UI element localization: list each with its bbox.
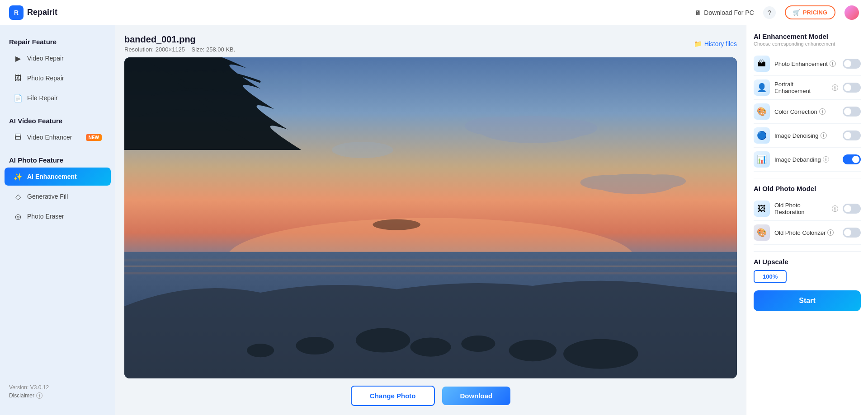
svg-point-18 — [638, 174, 686, 188]
pricing-button[interactable]: 🛒 PRICING — [785, 5, 835, 19]
sidebar-item-file-repair[interactable]: 📄 File Repair — [5, 89, 111, 107]
history-files-label: History files — [704, 40, 737, 47]
old-photo-colorizer-toggle-track[interactable] — [843, 228, 861, 238]
color-correction-toggle-thumb — [844, 108, 851, 115]
svg-point-12 — [247, 344, 274, 357]
portrait-enhancement-info-icon[interactable]: ℹ — [832, 84, 838, 91]
old-photo-colorizer-label: Old Photo Colorizer ℹ — [774, 229, 838, 236]
image-denoising-toggle-thumb — [844, 132, 851, 139]
old-photo-restoration-toggle[interactable] — [843, 204, 861, 214]
old-photo-colorizer-feature-icon: 🎨 — [754, 224, 770, 241]
upscale-100-option[interactable]: 100% — [754, 270, 787, 283]
change-photo-button[interactable]: Change Photo — [351, 386, 435, 406]
ai-enhancement-model-subtitle: Choose corresponding enhancement — [754, 41, 861, 47]
header: R Repairit 🖥 Download For PC ? 🛒 PRICING — [0, 0, 868, 25]
svg-point-11 — [296, 337, 334, 354]
sidebar-item-generative-fill-label: Generative Fill — [27, 193, 68, 200]
photo-enhancement-feature-icon: 🏔 — [754, 56, 770, 72]
ai-upscale-title: AI Upscale — [754, 258, 861, 266]
action-bar: Change Photo Download — [124, 386, 737, 406]
old-photo-colorizer-info-icon[interactable]: ℹ — [827, 229, 834, 236]
disclaimer-link[interactable]: Disclaimer ℹ — [9, 392, 106, 399]
color-correction-feature-icon: 🎨 — [754, 103, 770, 120]
sidebar-item-photo-repair-label: Photo Repair — [27, 75, 64, 82]
portrait-enhancement-toggle-thumb — [844, 84, 851, 91]
image-denoising-label: Image Denoising ℹ — [774, 132, 838, 139]
sidebar: Repair Feature ▶ Video Repair 🖼 Photo Re… — [0, 25, 115, 415]
feature-row-old-photo-restoration: 🖼 Old Photo Restoration ℹ — [754, 197, 861, 221]
sidebar-item-photo-repair[interactable]: 🖼 Photo Repair — [5, 69, 111, 87]
logo-icon: R — [9, 5, 24, 20]
old-photo-colorizer-toggle-thumb — [844, 229, 851, 236]
portrait-enhancement-toggle-track[interactable] — [843, 83, 861, 93]
image-denoising-info-icon[interactable]: ℹ — [821, 132, 827, 139]
image-denoising-feature-icon: 🔵 — [754, 127, 770, 144]
photo-enhancement-label: Photo Enhancement ℹ — [774, 61, 838, 67]
portrait-enhancement-feature-icon: 👤 — [754, 79, 770, 96]
old-photo-restoration-info-icon[interactable]: ℹ — [832, 205, 838, 212]
file-resolution: Resolution: 2000×1125 — [124, 46, 185, 53]
ai-old-photo-title: AI Old Photo Model — [754, 185, 861, 192]
old-photo-restoration-toggle-thumb — [844, 205, 851, 212]
old-photo-restoration-feature-icon: 🖼 — [754, 201, 770, 217]
ai-enhancement-icon: ✨ — [14, 172, 23, 181]
portrait-enhancement-toggle[interactable] — [843, 83, 861, 93]
video-repair-icon: ▶ — [14, 54, 23, 63]
file-meta: Resolution: 2000×1125 Size: 258.00 KB. — [124, 46, 235, 53]
feature-row-old-photo-colorizer: 🎨 Old Photo Colorizer ℹ — [754, 221, 861, 245]
feature-row-portrait-enhancement: 👤 Portrait Enhancement ℹ — [754, 76, 861, 100]
sidebar-footer: Version: V3.0.12 Disclaimer ℹ — [0, 377, 115, 406]
svg-point-7 — [410, 337, 451, 356]
svg-point-19 — [332, 142, 393, 158]
ai-enhancement-model-title: AI Enhancement Model — [754, 33, 861, 40]
old-photo-restoration-label: Old Photo Restoration ℹ — [774, 202, 838, 215]
color-correction-toggle[interactable] — [843, 107, 861, 117]
download-button[interactable]: Download — [442, 387, 511, 405]
photo-enhancement-toggle[interactable] — [843, 59, 861, 69]
image-denoising-toggle-track[interactable] — [843, 131, 861, 140]
panel-separator-1 — [754, 178, 861, 178]
sidebar-item-video-enhancer[interactable]: 🎞 Video Enhancer NEW — [5, 128, 111, 146]
photo-enhancement-info-icon[interactable]: ℹ — [830, 61, 836, 67]
color-correction-info-icon[interactable]: ℹ — [819, 108, 826, 115]
image-preview-container — [124, 57, 737, 378]
sidebar-item-photo-eraser[interactable]: ◎ Photo Eraser — [5, 207, 111, 225]
image-debanding-toggle-track[interactable] — [843, 154, 861, 164]
image-debanding-feature-icon: 📊 — [754, 151, 770, 168]
history-files-button[interactable]: 📁 History files — [694, 40, 737, 47]
photo-enhancement-toggle-track[interactable] — [843, 59, 861, 69]
sidebar-ai-video-section-title: AI Video Feature — [0, 113, 115, 127]
sidebar-item-generative-fill[interactable]: ◇ Generative Fill — [5, 187, 111, 205]
user-avatar[interactable] — [844, 5, 859, 20]
start-button[interactable]: Start — [754, 290, 861, 311]
image-debanding-toggle[interactable] — [843, 154, 861, 164]
sidebar-ai-photo-section-title: AI Photo Feature — [0, 153, 115, 167]
file-info-bar: banded_001.png Resolution: 2000×1125 Siz… — [124, 34, 737, 53]
download-pc-label: Download For PC — [704, 9, 754, 16]
download-for-pc-button[interactable]: 🖥 Download For PC — [695, 9, 754, 16]
svg-point-10 — [563, 339, 638, 368]
svg-rect-4 — [124, 266, 737, 267]
svg-rect-3 — [124, 259, 737, 261]
image-denoising-toggle[interactable] — [843, 131, 861, 140]
video-enhancer-icon: 🎞 — [14, 133, 23, 142]
svg-point-17 — [580, 175, 635, 190]
new-badge: NEW — [86, 134, 102, 141]
svg-point-15 — [536, 119, 598, 137]
help-icon[interactable]: ? — [763, 6, 776, 19]
sidebar-item-video-repair[interactable]: ▶ Video Repair — [5, 49, 111, 67]
old-photo-colorizer-toggle[interactable] — [843, 228, 861, 238]
image-debanding-toggle-thumb — [852, 156, 859, 163]
disclaimer-info-icon: ℹ — [36, 392, 42, 399]
color-correction-label: Color Correction ℹ — [774, 108, 838, 115]
main-layout: Repair Feature ▶ Video Repair 🖼 Photo Re… — [0, 25, 868, 415]
svg-rect-5 — [124, 272, 737, 275]
image-debanding-info-icon[interactable]: ℹ — [823, 156, 829, 163]
pricing-label: PRICING — [803, 9, 827, 16]
old-photo-restoration-toggle-track[interactable] — [843, 204, 861, 214]
panel-separator-2 — [754, 251, 861, 252]
ai-upscale-section: AI Upscale 100% — [754, 258, 861, 283]
photo-eraser-icon: ◎ — [14, 212, 23, 221]
sidebar-item-ai-enhancement[interactable]: ✨ AI Enhancement — [5, 168, 111, 186]
color-correction-toggle-track[interactable] — [843, 107, 861, 117]
